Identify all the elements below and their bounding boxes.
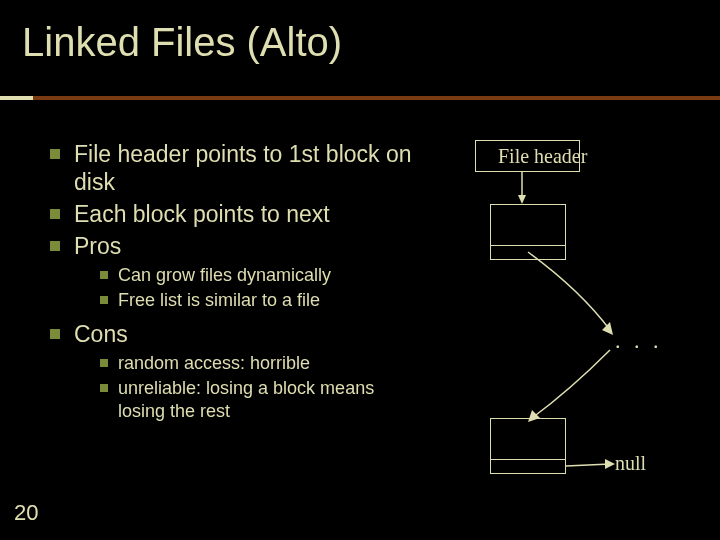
bullet-text: Pros	[74, 233, 121, 259]
arrow-line	[566, 464, 610, 466]
bullet-item: File header points to 1st block on disk	[44, 140, 414, 196]
bullet-text: Each block points to next	[74, 201, 330, 227]
sub-bullet-text: random access: horrible	[118, 353, 310, 373]
linked-list-diagram: File header . . . null	[460, 140, 700, 500]
sub-bullet-item: random access: horrible	[96, 352, 414, 375]
sub-bullet-text: Can grow files dynamically	[118, 265, 331, 285]
sub-bullet-item: unreliable: losing a block means losing …	[96, 377, 414, 423]
arrow-head-icon	[518, 195, 526, 204]
sub-bullet-list: random access: horrible unreliable: losi…	[74, 352, 414, 423]
page-number: 20	[14, 500, 38, 526]
diagram-arrows	[460, 140, 700, 500]
sub-bullet-item: Can grow files dynamically	[96, 264, 414, 287]
arrow-head-icon	[602, 322, 613, 335]
bullet-list: File header points to 1st block on disk …	[44, 140, 414, 423]
arrow-line	[532, 350, 610, 418]
arrow-head-icon	[605, 459, 615, 469]
sub-bullet-item: Free list is similar to a file	[96, 289, 414, 312]
slide: Linked Files (Alto) File header points t…	[0, 0, 720, 540]
sub-bullet-text: Free list is similar to a file	[118, 290, 320, 310]
bullet-item: Cons random access: horrible unreliable:…	[44, 320, 414, 423]
sub-bullet-list: Can grow files dynamically Free list is …	[74, 264, 414, 312]
title-divider	[0, 96, 720, 100]
content-area: File header points to 1st block on disk …	[44, 140, 414, 431]
bullet-text: Cons	[74, 321, 128, 347]
slide-title: Linked Files (Alto)	[22, 20, 342, 65]
arrow-head-icon	[528, 410, 540, 422]
arrow-line	[528, 252, 610, 330]
bullet-item: Each block points to next	[44, 200, 414, 228]
bullet-item: Pros Can grow files dynamically Free lis…	[44, 232, 414, 312]
bullet-text: File header points to 1st block on disk	[74, 141, 412, 195]
sub-bullet-text: unreliable: losing a block means losing …	[118, 378, 374, 421]
